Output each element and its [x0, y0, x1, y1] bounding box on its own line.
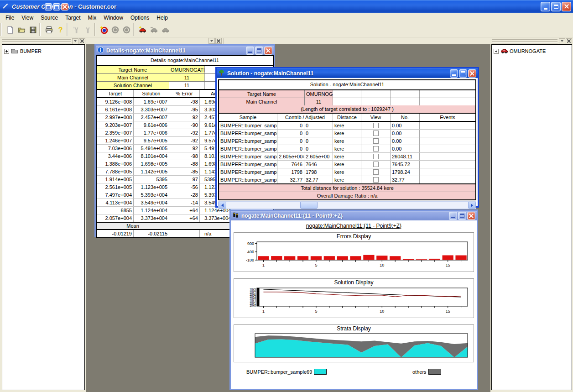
menu-item-target[interactable]: Target: [62, 14, 84, 22]
mix-maximize-button[interactable]: [53, 3, 60, 10]
left-panel-dropdown-button[interactable]: [72, 38, 78, 44]
chart-minimize-button[interactable]: [449, 212, 457, 220]
solution-hscrollbar[interactable]: [218, 201, 476, 209]
chart-legend: BUMPER::bumper_sample69others: [231, 369, 477, 380]
left-panel-close-button[interactable]: [79, 38, 85, 44]
minimize-button[interactable]: [541, 2, 550, 11]
cell-target: 1.914e+005: [97, 176, 133, 183]
solution-tree-icon: [218, 69, 225, 76]
tree-item-bumper[interactable]: BUMPER: [2, 45, 84, 57]
cell-error: -92: [169, 129, 199, 136]
cell-sample: BUMPER::bumper_sample70: [219, 161, 277, 168]
target-add-button[interactable]: [98, 24, 109, 36]
cell-error: -97: [169, 176, 199, 183]
cell-distance: kere: [333, 130, 361, 137]
cell-adjusted: 0: [304, 145, 333, 152]
view-checkbox[interactable]: [373, 169, 379, 175]
menu-item-file[interactable]: File: [2, 14, 18, 22]
cell-events: [419, 161, 475, 168]
view-checkbox[interactable]: [373, 123, 379, 128]
main-titlebar[interactable]: Customer Correlation - Customer.cor: [0, 0, 573, 13]
view-checkbox[interactable]: [373, 162, 379, 167]
svg-text:15: 15: [446, 263, 450, 267]
menu-item-source[interactable]: Source: [37, 14, 62, 22]
help-button[interactable]: ?: [55, 24, 66, 36]
expand-icon[interactable]: [494, 49, 499, 54]
car-add-button[interactable]: [137, 24, 148, 36]
mix-restore-button[interactable]: [45, 3, 52, 10]
mid-close-button[interactable]: [215, 38, 222, 44]
new-document-button[interactable]: [5, 24, 16, 36]
cell-error: -85: [169, 168, 199, 175]
chart-header-title: nogate:MainChannel11:{11 - Point9:+Z}: [231, 220, 477, 231]
cell-solution: 3.303e+007: [133, 106, 169, 113]
chart-content: nogate:MainChannel11:{11 - Point9:+Z} Er…: [231, 220, 477, 380]
cell-error: -98: [169, 152, 199, 160]
menu-item-view[interactable]: View: [18, 14, 37, 22]
info-filler: [419, 98, 475, 105]
cell-target: 1.246e+007: [97, 137, 133, 144]
legend-swatch: [314, 369, 327, 375]
info-value: 11: [169, 74, 204, 81]
toolbar-group: [134, 23, 171, 36]
solution-close-button[interactable]: [468, 69, 476, 78]
svg-text:15: 15: [446, 309, 450, 314]
column-header: View: [361, 114, 390, 121]
cell-adjusted: 0: [304, 122, 333, 129]
menu-item-mix[interactable]: Mix: [84, 14, 100, 22]
left-panel-grip[interactable]: [2, 39, 71, 43]
details-titlebar[interactable]: Details-nogate:MainChannel11: [96, 46, 274, 55]
solution-maximize-button[interactable]: [459, 69, 467, 78]
svg-text:10: 10: [380, 263, 384, 267]
menu-item-help[interactable]: Help: [153, 14, 172, 22]
scroll-right-button[interactable]: [468, 202, 476, 209]
mid-dropdown-button[interactable]: [208, 38, 215, 44]
details-maximize-button[interactable]: [255, 47, 263, 55]
tree-item-label[interactable]: OMURNOGATE: [510, 48, 546, 54]
open-folder-button[interactable]: [16, 24, 27, 36]
chart-maximize-button[interactable]: [458, 212, 466, 220]
right-panel-grip[interactable]: [492, 39, 557, 43]
cell-contrib: 2.605e+004: [277, 153, 304, 160]
solution-minimize-button[interactable]: [450, 69, 458, 78]
column-header: % Error: [169, 90, 199, 97]
chart-close-button[interactable]: [467, 212, 475, 220]
cell-events: [419, 153, 475, 160]
cell-target: 2.057e+004: [97, 214, 133, 222]
cell-solution: 1.123e+005: [133, 183, 169, 191]
maximize-button[interactable]: [551, 2, 561, 11]
solution-titlebar[interactable]: Solution - nogate:MainChannel11: [217, 68, 478, 78]
mix-close-button[interactable]: [61, 3, 68, 10]
info-filler: [390, 90, 419, 98]
damage-note: Overall Damage Ratio : n/a: [219, 192, 475, 199]
tree-item-omurnogate[interactable]: OMURNOGATE: [492, 45, 572, 57]
chart-titlebar[interactable]: nogate:MainChannel11:{11 - Point9:+Z}: [231, 211, 477, 220]
chart-window: nogate:MainChannel11:{11 - Point9:+Z} no…: [229, 209, 478, 390]
scroll-left-button[interactable]: [219, 202, 226, 209]
view-checkbox[interactable]: [373, 146, 379, 152]
view-checkbox[interactable]: [373, 154, 379, 159]
details-close-button[interactable]: [264, 47, 272, 55]
menu-item-window[interactable]: Window: [100, 14, 127, 22]
cell-error: -28: [169, 191, 199, 199]
close-button[interactable]: [562, 2, 571, 11]
cell-solution: 3.373e+004: [133, 214, 169, 222]
expand-icon[interactable]: [4, 49, 9, 54]
menu-item-options[interactable]: Options: [127, 14, 153, 22]
view-checkbox[interactable]: [373, 138, 379, 144]
scrollbar-thumb[interactable]: [300, 202, 318, 209]
right-panel-close-button[interactable]: [566, 38, 572, 44]
cell-view: [361, 137, 390, 145]
cell-events: [419, 145, 475, 152]
right-panel-dropdown-button[interactable]: [559, 38, 565, 44]
save-button[interactable]: [27, 24, 39, 36]
cell-contrib: 32.77: [277, 176, 304, 183]
info-filler: [390, 98, 419, 105]
details-minimize-button[interactable]: [246, 47, 254, 55]
view-checkbox[interactable]: [373, 131, 379, 136]
view-checkbox[interactable]: [373, 177, 379, 183]
print-button[interactable]: [43, 24, 55, 36]
cell-error: -92: [169, 137, 199, 144]
tree-item-label[interactable]: BUMPER: [20, 48, 42, 54]
application-window: Customer Correlation - Customer.cor File…: [0, 0, 573, 392]
